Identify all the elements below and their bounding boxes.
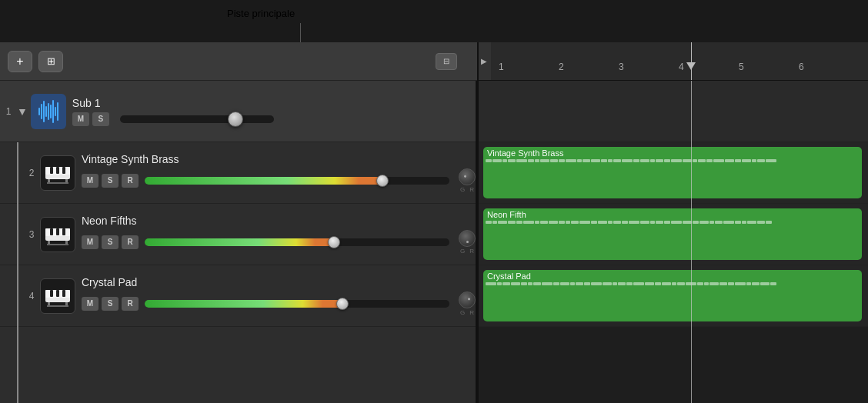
pattern-bar — [633, 159, 639, 162]
pattern-bar — [693, 159, 697, 162]
volume-slider-4[interactable] — [145, 298, 449, 309]
pattern-bar — [486, 221, 492, 224]
pattern-bar — [566, 159, 576, 162]
region-neon-fifth[interactable]: Neon Fifth — [483, 208, 862, 260]
pattern-bar — [677, 282, 685, 285]
solo-button-3[interactable]: S — [102, 235, 119, 249]
pattern-bar — [486, 159, 492, 162]
add-track-button[interactable]: + — [8, 51, 32, 72]
pattern-bar — [757, 159, 765, 162]
volume-thumb-3[interactable] — [328, 236, 340, 248]
svg-rect-2 — [50, 167, 53, 174]
knob-indicator — [466, 241, 469, 243]
pattern-bar — [603, 282, 612, 285]
solo-button-2[interactable]: S — [102, 174, 119, 188]
pattern-bar — [528, 159, 534, 162]
pattern-bar — [608, 159, 613, 162]
knob-group-2: G R — [459, 168, 476, 193]
pattern-bar — [601, 159, 607, 162]
solo-button-1[interactable]: S — [92, 112, 109, 126]
pattern-bar — [697, 282, 703, 285]
pattern-bar — [699, 221, 709, 224]
toolbar: + ⊞ — [0, 42, 477, 81]
pattern-bar — [650, 221, 655, 224]
pattern-bar — [706, 159, 713, 162]
add-track-alt-button[interactable]: ⊞ — [38, 51, 63, 72]
master-volume-thumb[interactable] — [228, 112, 243, 127]
pattern-bar — [583, 159, 590, 162]
pattern-bar — [559, 221, 565, 224]
pattern-bar — [757, 221, 765, 224]
pattern-bar — [746, 282, 751, 285]
pattern-bar — [656, 159, 663, 162]
svg-rect-4 — [62, 167, 65, 174]
pattern-bar — [725, 159, 734, 162]
pattern-bar — [521, 282, 527, 285]
mute-button-1[interactable]: M — [72, 112, 89, 126]
solo-button-4[interactable]: S — [102, 297, 119, 311]
pattern-bar — [542, 282, 553, 285]
gain-knob-3[interactable] — [459, 230, 476, 247]
mute-button-2[interactable]: M — [82, 174, 98, 188]
record-button-2[interactable]: R — [122, 174, 139, 188]
pattern-bar — [640, 159, 649, 162]
gain-knob-2[interactable] — [459, 168, 476, 185]
pattern-bar — [704, 282, 709, 285]
waveform-bar — [48, 103, 49, 120]
volume-slider-3[interactable] — [145, 237, 449, 248]
region-title-3: Neon Fifth — [483, 208, 862, 221]
volume-slider-2[interactable] — [145, 175, 449, 186]
knob-label-g: G — [460, 186, 465, 193]
pattern-bar — [560, 282, 569, 285]
timeline-scroll-left[interactable]: ▶ — [477, 42, 491, 80]
collapse-button[interactable]: ⊟ — [436, 53, 457, 70]
timeline-track-4: Crystal Pad — [477, 265, 868, 327]
scroll-left-icon: ▶ — [481, 57, 487, 65]
volume-thumb-2[interactable] — [376, 175, 389, 187]
pattern-bar — [640, 221, 649, 224]
volume-fill-3 — [145, 238, 334, 246]
track-collapse-arrow[interactable]: ▼ — [17, 105, 28, 118]
record-button-3[interactable]: R — [122, 235, 139, 249]
track-number-2: 2 — [23, 168, 40, 178]
pattern-bar — [713, 159, 724, 162]
keyboard-svg-4 — [44, 285, 72, 307]
record-button-4[interactable]: R — [122, 297, 139, 311]
region-title-2: Vintage Synth Brass — [483, 147, 862, 159]
region-vintage-synth[interactable]: Vintage Synth Brass — [483, 147, 862, 198]
region-crystal-pad[interactable]: Crystal Pad — [483, 270, 862, 321]
pattern-bar — [591, 159, 600, 162]
pattern-bar — [508, 159, 516, 162]
knob-label-r: R — [469, 248, 474, 255]
svg-rect-12 — [62, 228, 65, 235]
track-number-4: 4 — [23, 291, 40, 301]
waveform-display — [34, 97, 63, 126]
gain-knob-4[interactable] — [459, 291, 476, 308]
keyboard-svg-3 — [44, 224, 72, 245]
svg-rect-3 — [56, 167, 59, 174]
knob-label-r: R — [469, 309, 474, 316]
volume-thumb-4[interactable] — [336, 298, 349, 310]
track-name-4: Crystal Pad — [82, 276, 476, 288]
track-row-2: 2 Vintage Synth Brass M S R — [0, 142, 476, 204]
pattern-bar — [723, 221, 734, 224]
mute-button-3[interactable]: M — [82, 235, 98, 249]
knob-labels-4: G R — [460, 309, 474, 316]
track-icon-3 — [40, 217, 75, 252]
volume-fill-4 — [145, 300, 342, 308]
pattern-bar — [760, 282, 770, 285]
knob-indicator — [467, 297, 470, 300]
volume-track-3 — [145, 238, 449, 246]
knob-labels-3: G R — [460, 248, 474, 255]
collapse-icon: ⊟ — [443, 57, 449, 65]
track-info-4: Crystal Pad M S R G R — [82, 276, 476, 316]
pattern-bar — [664, 221, 670, 224]
pattern-bar — [633, 282, 644, 285]
pattern-bar — [622, 159, 633, 162]
pattern-bar — [728, 282, 734, 285]
mute-button-4[interactable]: M — [82, 297, 98, 311]
pattern-bar — [584, 282, 590, 285]
master-volume-slider[interactable] — [120, 114, 274, 125]
waveform-bar — [52, 100, 54, 123]
playhead[interactable] — [691, 42, 692, 80]
